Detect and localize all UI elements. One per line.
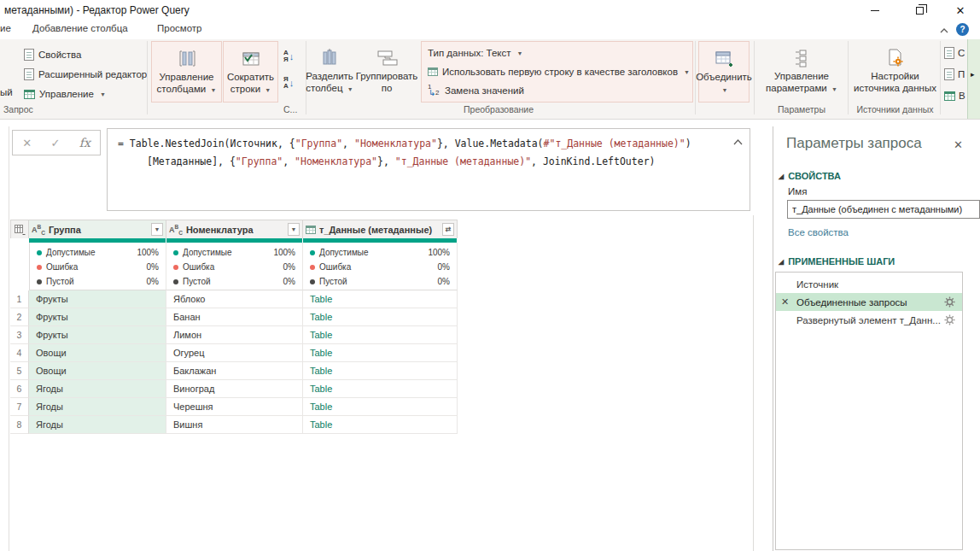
content-left-border	[9, 126, 9, 551]
split-column-button[interactable]: Разделить столбец ▼	[304, 41, 355, 103]
column-header-gruppa[interactable]: ABC Группа ▼	[29, 220, 166, 238]
cell-group[interactable]: Ягоды	[29, 398, 166, 416]
enter-data-icon	[944, 91, 955, 101]
merge-queries-icon	[714, 48, 734, 70]
cell-table-link[interactable]: Table	[303, 398, 458, 416]
cell-item[interactable]: Огурец	[166, 344, 303, 362]
cell-group[interactable]: Фрукты	[29, 326, 166, 344]
formula-input[interactable]: = Table.NestedJoin(Источник, {"Группа", …	[107, 128, 750, 211]
tab-add-column[interactable]: Добавление столбца	[32, 23, 128, 33]
group-divider	[147, 41, 148, 114]
query-name-input[interactable]	[787, 200, 980, 219]
error-dot-icon	[173, 265, 178, 270]
properties-button[interactable]: Свойства	[24, 46, 82, 63]
panel-close-button[interactable]: ✕	[954, 138, 963, 151]
sort-ascending-button[interactable]: АЯ↓	[283, 45, 304, 67]
cell-table-link[interactable]: Table	[303, 416, 458, 434]
new-source-button-truncated[interactable]: С	[944, 44, 965, 62]
group-by-icon	[376, 47, 398, 69]
use-first-row-as-headers-button[interactable]: Использовать первую строку в качестве за…	[428, 63, 690, 80]
cell-table-link[interactable]: Table	[303, 344, 458, 362]
close-icon: ✕	[954, 138, 963, 151]
group-label-sort-truncated: С...	[283, 104, 297, 114]
column-header-t-dannye[interactable]: т_Данные (метаданные) ⇄	[303, 220, 458, 238]
cell-item[interactable]: Баклажан	[166, 362, 303, 380]
manage-parameters-button[interactable]: Управление параметрами ▼	[760, 41, 843, 103]
row-number[interactable]: 6	[10, 380, 29, 398]
cell-group[interactable]: Ягоды	[29, 380, 166, 398]
all-properties-link[interactable]: Все свойства	[788, 227, 849, 237]
dropdown-caret-icon: ▼	[100, 91, 106, 97]
tab-view[interactable]: Просмотр	[157, 23, 202, 33]
truncated-button-fragment[interactable]: ый	[0, 84, 13, 101]
replace-values-icon: 1↳2	[428, 84, 440, 97]
cell-item[interactable]: Виноград	[166, 380, 303, 398]
cell-item[interactable]: Банан	[166, 308, 303, 326]
cancel-formula-icon[interactable]: ✕	[22, 137, 32, 149]
fx-icon[interactable]: fx	[79, 136, 90, 149]
step-settings-gear-icon[interactable]	[944, 314, 955, 325]
title-bar: метаданными) - Редактор Power Query ✕	[0, 0, 980, 21]
collapse-formula-button[interactable]	[733, 136, 743, 148]
step-expanded-element[interactable]: Развернутый элемент т_Данн...	[776, 311, 962, 329]
cell-item[interactable]: Вишня	[166, 416, 303, 434]
ribbon-scroll-strip[interactable]	[967, 39, 980, 119]
minimize-button[interactable]	[860, 0, 890, 21]
row-number[interactable]: 1	[10, 290, 29, 308]
cell-table-link[interactable]: Table	[303, 308, 458, 326]
manage-query-button[interactable]: Управление ▼	[24, 85, 106, 103]
cell-group[interactable]: Фрукты	[29, 290, 166, 308]
row-number[interactable]: 3	[10, 326, 29, 344]
data-source-settings-button[interactable]: Настройки источника данных	[852, 41, 938, 103]
reduce-rows-button[interactable]: Сократить строки ▼	[223, 41, 278, 103]
tab-transform-truncated[interactable]: ие	[0, 23, 11, 33]
cell-item[interactable]: Лимон	[166, 326, 303, 344]
row-number[interactable]: 8	[10, 416, 29, 434]
select-all-corner[interactable]	[10, 220, 29, 238]
enter-data-button-truncated[interactable]: В	[944, 87, 965, 104]
text-type-icon: ABC	[32, 224, 45, 236]
step-merged-queries[interactable]: ✕ Объединенные запросы	[776, 293, 962, 311]
recent-sources-button-truncated[interactable]: П	[944, 66, 965, 83]
group-by-button[interactable]: Группировать по	[355, 41, 418, 103]
collapse-ribbon-button[interactable]	[940, 25, 948, 35]
cell-table-link[interactable]: Table	[303, 326, 458, 344]
delete-step-icon[interactable]: ✕	[781, 296, 789, 308]
data-type-button[interactable]: Тип данных: Текст ▼	[428, 44, 522, 62]
column-header-nomenklatura[interactable]: ABC Номенклатура ▼	[166, 220, 303, 238]
row-number[interactable]: 2	[10, 308, 29, 326]
filter-button[interactable]: ▼	[151, 223, 163, 236]
properties-section-header[interactable]: ◢ СВОЙСТВА	[779, 171, 841, 181]
panel-title: Параметры запроса	[786, 135, 922, 152]
cell-item[interactable]: Яблоко	[166, 290, 303, 308]
cell-table-link[interactable]: Table	[303, 290, 458, 308]
cell-group[interactable]: Фрукты	[29, 308, 166, 326]
help-button[interactable]: ?	[956, 23, 969, 36]
confirm-formula-icon[interactable]: ✓	[50, 137, 60, 149]
applied-steps-section-header[interactable]: ◢ ПРИМЕНЕННЫЕ ШАГИ	[779, 256, 895, 267]
formula-toolbar: ✕ ✓ fx	[12, 130, 101, 155]
filter-button[interactable]: ▼	[288, 223, 300, 236]
manage-columns-button[interactable]: Управление столбцами ▼	[151, 41, 222, 103]
replace-values-button[interactable]: 1↳2 Замена значений	[428, 82, 524, 99]
cell-item[interactable]: Черешня	[166, 398, 303, 416]
combine-button[interactable]: Объединить▼	[698, 41, 750, 103]
expand-column-button[interactable]: ⇄	[442, 223, 454, 236]
advanced-editor-button[interactable]: Расширенный редактор	[24, 66, 147, 83]
close-button[interactable]: ✕	[946, 0, 975, 21]
restore-button[interactable]	[905, 0, 934, 21]
step-source[interactable]: Источник	[776, 275, 962, 293]
row-number[interactable]: 7	[10, 398, 29, 416]
row-number[interactable]: 5	[10, 362, 29, 380]
new-source-icon	[944, 47, 954, 59]
reduce-rows-icon	[242, 48, 260, 70]
dropdown-caret-icon: ▼	[684, 69, 690, 75]
cell-table-link[interactable]: Table	[303, 380, 458, 398]
cell-group[interactable]: Овощи	[29, 344, 166, 362]
sort-descending-button[interactable]: ЯА↓	[283, 72, 304, 94]
step-settings-gear-icon[interactable]	[944, 296, 955, 308]
cell-group[interactable]: Ягоды	[29, 416, 166, 434]
cell-group[interactable]: Овощи	[29, 362, 166, 380]
cell-table-link[interactable]: Table	[303, 362, 458, 380]
row-number[interactable]: 4	[10, 344, 29, 362]
